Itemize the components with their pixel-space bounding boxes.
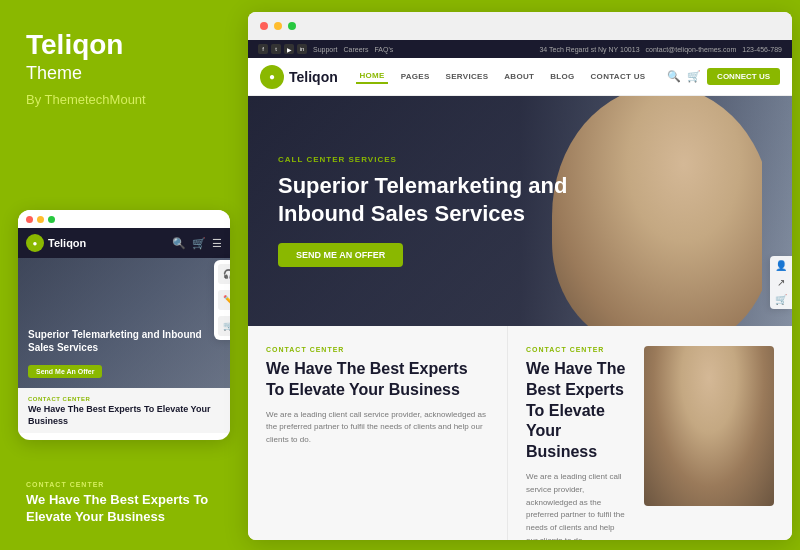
hero-cta-button[interactable]: Send Me An Offer xyxy=(278,243,403,267)
youtube-icon[interactable]: ▶ xyxy=(284,44,294,54)
mobile-dot-red xyxy=(26,216,33,223)
nav-logo-icon: ● xyxy=(260,65,284,89)
topbar-right: 34 Tech Regard st Ny NY 10013 contact@te… xyxy=(539,46,782,53)
site-topbar: f t ▶ in Support Careers FAQ's 34 Tech R… xyxy=(248,40,792,58)
bottom-right-heading: We Have The Best Experts To Elevate Your… xyxy=(526,359,628,463)
nav-connect-button[interactable]: CONNECT US xyxy=(707,68,780,85)
nav-logo: ● Teliqon xyxy=(260,65,338,89)
nav-item-services[interactable]: SERVICES xyxy=(443,70,492,83)
hero-content: CALL CENTER SERVICES Superior Telemarket… xyxy=(248,155,628,267)
nav-item-pages[interactable]: PAGES xyxy=(398,70,433,83)
nav-menu: HOME PAGES SERVICES ABOUT BLOG CONTACT U… xyxy=(356,69,648,84)
topbar-social: f t ▶ in xyxy=(258,44,307,54)
browser-chrome xyxy=(248,12,792,40)
hero-tag: CALL CENTER SERVICES xyxy=(278,155,598,164)
mobile-hero-section: Superior Telemarketing and Inbound Sales… xyxy=(18,258,230,388)
bside-share-icon[interactable]: ↗ xyxy=(777,277,785,288)
mobile-nav: ● Teliqon 🔍 🛒 ☰ xyxy=(18,228,230,258)
nav-cart-icon[interactable]: 🛒 xyxy=(687,70,701,83)
bside-person-icon[interactable]: 👤 xyxy=(775,260,787,271)
bottom-right: CONTACT CENTER We Have The Best Experts … xyxy=(508,326,792,540)
mobile-footer-heading: We Have The Best Experts To Elevate Your… xyxy=(28,404,220,427)
mobile-logo-area: ● Teliqon xyxy=(26,234,86,252)
mobile-logo-text: Teliqon xyxy=(48,237,86,249)
browser-dot-yellow xyxy=(274,22,282,30)
facebook-icon[interactable]: f xyxy=(258,44,268,54)
browser-dot-green xyxy=(288,22,296,30)
topbar-left: f t ▶ in Support Careers FAQ's xyxy=(258,44,393,54)
left-section-label: CONTACT CENTER xyxy=(26,481,231,488)
site-bottom: CONTACT CENTER We Have The Best Experts … xyxy=(248,326,792,540)
brand-by: By ThemetechMount xyxy=(26,92,225,107)
topbar-address: 34 Tech Regard st Ny NY 10013 xyxy=(539,46,639,53)
site-hero: CALL CENTER SERVICES Superior Telemarket… xyxy=(248,96,792,326)
mobile-hero-btn[interactable]: Send Me An Offer xyxy=(28,365,102,378)
bottom-right-body: We are a leading client call service pro… xyxy=(526,471,628,540)
left-bottom-text: CONTACT CENTER We Have The Best Experts … xyxy=(26,481,231,526)
browser-side-icons: 👤 ↗ 🛒 xyxy=(770,256,792,309)
mobile-cart-icon[interactable]: 🛒 xyxy=(192,237,206,250)
linkedin-icon[interactable]: in xyxy=(297,44,307,54)
mobile-search-icon[interactable]: 🔍 xyxy=(172,237,186,250)
mobile-hero-title: Superior Telemarketing and Inbound Sales… xyxy=(28,328,220,354)
bottom-right-label: CONTACT CENTER xyxy=(526,346,628,353)
bside-cart2-icon[interactable]: 🛒 xyxy=(775,294,787,305)
mobile-nav-icons: 🔍 🛒 ☰ xyxy=(172,237,222,250)
left-panel: Teliqon Theme By ThemetechMount ● Teliqo… xyxy=(0,0,245,550)
nav-logo-text: Teliqon xyxy=(289,69,338,85)
nav-item-contact[interactable]: CONTACT US xyxy=(588,70,649,83)
nav-icons: 🔍 🛒 CONNECT US xyxy=(667,68,780,85)
mobile-preview: ● Teliqon 🔍 🛒 ☰ Superior Telemarketing a… xyxy=(18,210,230,440)
mobile-menu-icon[interactable]: ☰ xyxy=(212,237,222,250)
mobile-logo-icon: ● xyxy=(26,234,44,252)
float-headset-icon[interactable]: 🎧 xyxy=(218,264,230,284)
twitter-icon[interactable]: t xyxy=(271,44,281,54)
topbar-email: contact@teliqon-themes.com xyxy=(646,46,737,53)
mobile-footer-section: CONTACT CENTER We Have The Best Experts … xyxy=(18,388,230,433)
mobile-dot-green xyxy=(48,216,55,223)
browser-panel: f t ▶ in Support Careers FAQ's 34 Tech R… xyxy=(248,12,792,540)
brand-title: Teliqon xyxy=(26,30,225,61)
nav-item-home[interactable]: HOME xyxy=(356,69,387,84)
bottom-left-text: We are a leading client call service pro… xyxy=(266,409,489,447)
float-edit-icon[interactable]: ✏️ xyxy=(218,290,230,310)
nav-item-blog[interactable]: BLOG xyxy=(547,70,577,83)
brand-subtitle: Theme xyxy=(26,63,225,84)
topbar-faq[interactable]: FAQ's xyxy=(374,46,393,53)
bottom-image xyxy=(644,346,774,506)
hero-title: Superior Telemarketing and Inbound Sales… xyxy=(278,172,598,227)
bottom-left: CONTACT CENTER We Have The Best Experts … xyxy=(248,326,508,540)
mobile-hero-content: Superior Telemarketing and Inbound Sales… xyxy=(28,328,220,378)
left-section-heading: We Have The Best Experts To Elevate Your… xyxy=(26,492,231,526)
topbar-careers[interactable]: Careers xyxy=(344,46,369,53)
bottom-left-heading: We Have The Best Experts To Elevate Your… xyxy=(266,359,489,401)
mobile-footer-label: CONTACT CENTER xyxy=(28,396,220,402)
nav-item-about[interactable]: ABOUT xyxy=(501,70,537,83)
bottom-person-image xyxy=(644,346,774,506)
browser-dot-red xyxy=(260,22,268,30)
bottom-left-label: CONTACT CENTER xyxy=(266,346,489,353)
site-nav: ● Teliqon HOME PAGES SERVICES ABOUT BLOG… xyxy=(248,58,792,96)
bottom-right-text: CONTACT CENTER We Have The Best Experts … xyxy=(526,346,628,520)
mobile-top-bar xyxy=(18,210,230,228)
mobile-dot-yellow xyxy=(37,216,44,223)
topbar-support[interactable]: Support xyxy=(313,46,338,53)
nav-search-icon[interactable]: 🔍 xyxy=(667,70,681,83)
topbar-phone: 123-456-789 xyxy=(742,46,782,53)
